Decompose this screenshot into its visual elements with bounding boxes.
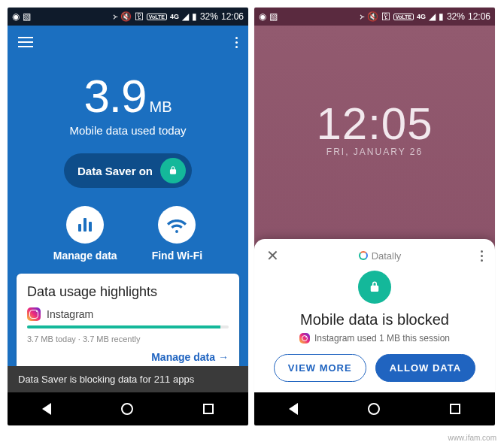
menu-icon[interactable]: [18, 37, 33, 47]
instagram-icon: [27, 307, 41, 321]
status-bar: ◉ ▧ ᚛ 🔇 ⚿ VoLTE 4G ◢ ▮ 32% 12:06: [8, 8, 248, 26]
clock-text: 12:06: [221, 11, 244, 22]
home-button[interactable]: [121, 403, 133, 415]
brand-label: Datally: [359, 250, 402, 262]
manage-data-button[interactable]: Manage data: [53, 206, 117, 262]
phone-datally-main: ◉ ▧ ᚛ 🔇 ⚿ VoLTE 4G ◢ ▮ 32% 12:06 3.9MB M…: [8, 8, 248, 425]
overflow-icon[interactable]: [481, 250, 483, 262]
phone-lockscreen-overlay: ◉ ▧ ᚛ 🔇 ⚿ VoLTE 4G ◢ ▮ 32% 12:06 12:05 F…: [254, 8, 495, 425]
key-icon: ⚿: [135, 12, 144, 21]
lock-date: FRI, JANUARY 26: [254, 147, 495, 157]
datally-bottom-sheet: ✕ Datally Mobile data is blocked Instagr…: [254, 239, 495, 392]
battery-percent: 32%: [200, 11, 218, 22]
silent-icon: 🔇: [120, 12, 132, 21]
view-more-button[interactable]: VIEW MORE: [274, 354, 366, 382]
find-wifi-button[interactable]: Find Wi-Fi: [152, 206, 203, 262]
data-saver-toggle[interactable]: Data Saver on: [64, 153, 192, 188]
bar-chart-icon: [78, 218, 92, 232]
silent-icon: 🔇: [367, 12, 378, 21]
highlights-card: Data usage highlights Instagram 3.7 MB t…: [17, 274, 239, 371]
signal-icon: ◢: [429, 12, 436, 21]
usage-unit: MB: [150, 98, 172, 115]
bluetooth-icon: ᚛: [360, 12, 364, 21]
volte-badge: VoLTE: [393, 14, 414, 20]
allow-data-button[interactable]: ALLOW DATA: [375, 354, 475, 382]
nav-bar: [8, 392, 248, 425]
status-bar: ◉ ▧ ᚛ 🔇 ⚿ VoLTE 4G ◢ ▮ 32% 12:06: [254, 8, 495, 26]
instagram-icon: [299, 333, 310, 344]
manage-data-label: Manage data: [53, 250, 117, 262]
datally-logo-icon: [359, 251, 368, 260]
bluetooth-icon: ᚛: [113, 12, 117, 21]
recents-button[interactable]: [450, 404, 460, 414]
network-icon: 4G: [417, 14, 426, 20]
arrow-right-icon: →: [218, 351, 229, 363]
close-icon[interactable]: ✕: [266, 247, 279, 265]
image-icon: ▧: [269, 12, 278, 21]
session-text: Instagram used 1 MB this session: [314, 333, 450, 344]
usage-bar: [27, 325, 229, 328]
watermark: www.ifam.com: [448, 434, 496, 442]
sheet-title: Mobile data is blocked: [266, 311, 483, 328]
back-button[interactable]: [289, 403, 298, 415]
wifi-icon: [158, 206, 196, 244]
toast-message: Data Saver is blocking data for 211 apps: [8, 366, 248, 392]
lock-clock: 12:05: [254, 26, 495, 150]
battery-icon: ▮: [439, 12, 444, 21]
lock-icon: [358, 271, 391, 304]
app-name: Instagram: [47, 308, 93, 320]
network-icon: 4G: [170, 14, 179, 20]
usage-label: Mobile data used today: [8, 124, 248, 137]
app-bar: [8, 26, 248, 59]
back-button[interactable]: [42, 403, 51, 415]
find-wifi-label: Find Wi-Fi: [152, 250, 203, 262]
clock-text: 12:06: [468, 11, 490, 22]
manage-data-link[interactable]: Manage data→: [27, 351, 229, 363]
flame-icon: ◉: [12, 12, 20, 21]
lock-icon: [160, 158, 186, 183]
usage-meta: 3.7 MB today · 3.7 MB recently: [27, 335, 229, 344]
main-panel: 3.9MB Mobile data used today Data Saver …: [8, 59, 248, 371]
image-icon: ▧: [23, 12, 31, 21]
recents-button[interactable]: [203, 404, 214, 414]
battery-percent: 32%: [447, 11, 465, 22]
card-title: Data usage highlights: [27, 284, 229, 300]
home-button[interactable]: [368, 403, 380, 415]
data-saver-label: Data Saver on: [77, 165, 153, 177]
battery-icon: ▮: [192, 12, 197, 21]
nav-bar: [254, 392, 495, 425]
key-icon: ⚿: [381, 12, 390, 21]
flame-icon: ◉: [259, 12, 266, 21]
signal-icon: ◢: [182, 12, 189, 21]
usage-value: 3.9: [83, 69, 146, 123]
overflow-icon[interactable]: [235, 37, 238, 48]
volte-badge: VoLTE: [147, 14, 167, 20]
